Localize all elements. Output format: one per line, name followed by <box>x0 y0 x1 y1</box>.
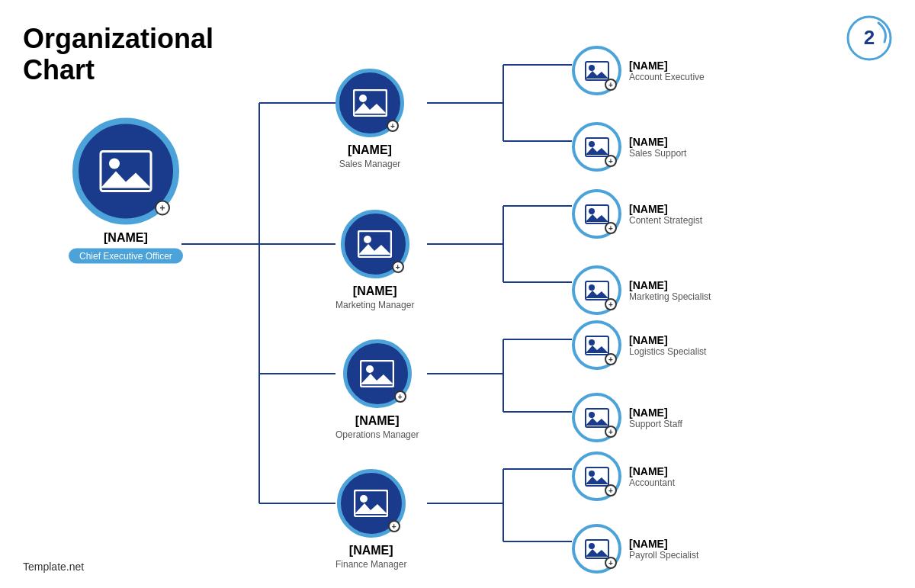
svg-marker-58 <box>586 477 608 484</box>
marketing-spec-avatar[interactable]: + <box>572 265 621 315</box>
accountant-photo <box>585 467 609 487</box>
payroll-spec-title: Payroll Specialist <box>629 550 698 561</box>
sales-manager-photo <box>353 89 387 117</box>
account-exec-photo <box>585 61 609 81</box>
marketing-specialist-node: + [NAME] Marketing Specialist <box>572 265 711 315</box>
marketing-spec-plus: + <box>605 298 617 310</box>
svg-point-62 <box>589 543 595 549</box>
svg-marker-37 <box>355 503 387 514</box>
svg-marker-25 <box>101 172 151 188</box>
footer-text: Template.net <box>23 561 84 573</box>
finance-manager-title: Finance Manager <box>336 559 406 570</box>
logistics-spec-photo <box>585 336 609 355</box>
support-staff-node: + [NAME] Support Staff <box>572 393 682 442</box>
sales-manager-title: Sales Manager <box>339 159 401 169</box>
support-staff-name: [NAME] <box>629 406 682 419</box>
svg-point-38 <box>360 495 368 503</box>
account-executive-node: + [NAME] Account Executive <box>572 46 705 95</box>
svg-point-35 <box>366 365 374 373</box>
logistics-spec-title: Logistics Specialist <box>629 346 706 357</box>
sales-support-node: + [NAME] Sales Support <box>572 122 686 172</box>
sales-support-name: [NAME] <box>629 136 686 148</box>
connector-lines <box>0 0 915 588</box>
account-exec-name: [NAME] <box>629 59 705 72</box>
sales-manager-node: + [NAME] Sales Manager <box>336 69 404 169</box>
svg-marker-46 <box>586 214 608 222</box>
svg-marker-49 <box>586 291 608 298</box>
svg-point-26 <box>109 159 120 169</box>
svg-marker-31 <box>358 244 391 255</box>
sales-manager-plus: + <box>387 120 399 132</box>
sales-manager-avatar[interactable]: + <box>336 69 404 137</box>
logo: 2 <box>846 15 892 61</box>
payroll-spec-avatar[interactable]: + <box>572 524 621 574</box>
svg-point-41 <box>589 65 595 71</box>
payroll-spec-name: [NAME] <box>629 538 698 550</box>
ceo-title-badge: Chief Executive Officer <box>69 249 183 264</box>
logistics-specialist-node: + [NAME] Logistics Specialist <box>572 320 706 370</box>
svg-marker-43 <box>586 147 608 155</box>
marketing-manager-avatar[interactable]: + <box>341 210 409 278</box>
account-exec-avatar[interactable]: + <box>572 46 621 95</box>
finance-manager-plus: + <box>388 520 400 532</box>
ceo-name: [NAME] <box>104 231 148 245</box>
operations-manager-name: [NAME] <box>355 414 400 428</box>
accountant-name: [NAME] <box>629 465 675 477</box>
operations-manager-photo <box>360 360 394 387</box>
operations-manager-title: Operations Manager <box>336 429 419 440</box>
svg-marker-40 <box>586 71 608 79</box>
marketing-manager-plus: + <box>392 261 404 273</box>
support-staff-photo <box>585 408 609 428</box>
svg-point-53 <box>589 339 595 345</box>
content-strategist-node: + [NAME] Content Strategist <box>572 189 702 239</box>
finance-manager-avatar[interactable]: + <box>337 469 406 538</box>
marketing-spec-photo <box>585 281 609 300</box>
payroll-spec-plus: + <box>605 557 617 569</box>
support-staff-title: Support Staff <box>629 419 682 429</box>
svg-point-56 <box>589 412 595 418</box>
ceo-plus-badge: + <box>155 201 170 216</box>
accountant-node: + [NAME] Accountant <box>572 451 675 501</box>
sales-support-photo <box>585 137 609 157</box>
accountant-title: Accountant <box>629 477 675 488</box>
payroll-specialist-node: + [NAME] Payroll Specialist <box>572 524 698 574</box>
svg-marker-55 <box>586 418 608 426</box>
marketing-manager-node: + [NAME] Marketing Manager <box>336 210 414 310</box>
accountant-avatar[interactable]: + <box>572 451 621 501</box>
marketing-manager-title: Marketing Manager <box>336 300 414 310</box>
page-title: Organizational Chart <box>23 23 214 86</box>
svg-point-29 <box>359 95 367 102</box>
svg-marker-28 <box>354 103 387 114</box>
svg-marker-52 <box>586 345 608 353</box>
logistics-spec-avatar[interactable]: + <box>572 320 621 370</box>
marketing-manager-name: [NAME] <box>353 284 397 298</box>
payroll-spec-photo <box>585 539 609 559</box>
svg-marker-61 <box>586 549 608 557</box>
logistics-spec-plus: + <box>605 353 617 365</box>
support-staff-avatar[interactable]: + <box>572 393 621 442</box>
svg-point-59 <box>589 471 595 477</box>
accountant-plus: + <box>605 484 617 496</box>
content-strat-avatar[interactable]: + <box>572 189 621 239</box>
content-strat-plus: + <box>605 222 617 234</box>
content-strat-title: Content Strategist <box>629 215 702 226</box>
ceo-avatar[interactable]: + <box>72 118 179 225</box>
sales-support-plus: + <box>605 155 617 167</box>
marketing-spec-title: Marketing Specialist <box>629 291 711 302</box>
content-strat-photo <box>585 204 609 224</box>
finance-manager-name: [NAME] <box>349 544 393 557</box>
svg-point-50 <box>589 284 595 291</box>
svg-text:2: 2 <box>864 26 875 49</box>
support-staff-plus: + <box>605 426 617 438</box>
sales-manager-name: [NAME] <box>348 143 392 157</box>
ceo-node: + [NAME] Chief Executive Officer <box>69 118 183 264</box>
account-exec-plus: + <box>605 79 617 91</box>
marketing-manager-photo <box>358 230 392 258</box>
sales-support-title: Sales Support <box>629 148 686 159</box>
finance-manager-photo <box>354 490 388 517</box>
sales-support-avatar[interactable]: + <box>572 122 621 172</box>
svg-point-32 <box>364 236 371 243</box>
operations-manager-avatar[interactable]: + <box>343 339 412 408</box>
finance-manager-node: + [NAME] Finance Manager <box>336 469 406 570</box>
content-strat-name: [NAME] <box>629 203 702 215</box>
